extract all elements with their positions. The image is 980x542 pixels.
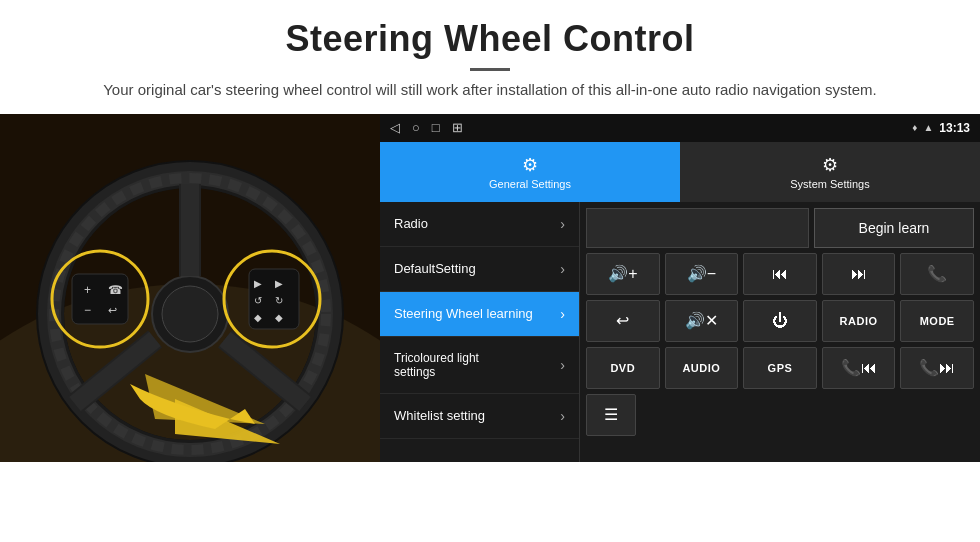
control-row-2: ↩ 🔊✕ ⏻ RADIO MODE [586, 300, 974, 342]
clock: 13:13 [939, 121, 970, 135]
tab-system-label: System Settings [790, 178, 869, 190]
svg-text:+: + [84, 283, 91, 297]
car-image-area: + − ☎ ↩ ▶ ▶ ↺ ↻ ◆ ◆ [0, 114, 380, 462]
next-tel-button[interactable]: 📞⏭ [900, 347, 974, 389]
svg-text:↩: ↩ [108, 304, 117, 316]
hang-up-button[interactable]: ↩ [586, 300, 660, 342]
mode-label: MODE [920, 315, 955, 327]
tab-bar: ⚙ General Settings ⚙ System Settings [380, 142, 980, 202]
mute-button[interactable]: 🔊✕ [665, 300, 739, 342]
nav-buttons: ◁ ○ □ ⊞ [390, 120, 463, 135]
system-icon: ⚙ [822, 154, 838, 176]
chevron-icon: › [560, 408, 565, 424]
power-button[interactable]: ⏻ [743, 300, 817, 342]
menu-item-whitelist-label: Whitelist setting [394, 408, 485, 423]
menu-item-radio[interactable]: Radio › [380, 202, 579, 247]
radio-button[interactable]: RADIO [822, 300, 896, 342]
radio-label: RADIO [840, 315, 878, 327]
svg-text:▶: ▶ [254, 278, 262, 289]
menu-button[interactable]: ⊞ [452, 120, 463, 135]
menu-item-tricoloured[interactable]: Tricoloured lightsettings › [380, 337, 579, 394]
menu-item-steering-wheel[interactable]: Steering Wheel learning › [380, 292, 579, 337]
dvd-label: DVD [610, 362, 635, 374]
svg-text:↺: ↺ [254, 295, 262, 306]
tab-general-label: General Settings [489, 178, 571, 190]
page-title: Steering Wheel Control [60, 18, 920, 60]
menu-item-default-label: DefaultSetting [394, 261, 476, 276]
begin-learn-label: Begin learn [859, 220, 930, 236]
control-row-3: DVD AUDIO GPS 📞⏮ 📞⏭ [586, 347, 974, 389]
prev-track-icon: ⏮ [772, 265, 788, 283]
audio-label: AUDIO [682, 362, 720, 374]
chevron-icon: › [560, 306, 565, 322]
control-row-4: ☰ [586, 394, 974, 436]
next-track-icon: ⏭ [851, 265, 867, 283]
menu-item-radio-label: Radio [394, 216, 428, 231]
android-panel: ◁ ○ □ ⊞ ♦ ▲ 13:13 ⚙ General Settings ⚙ S… [380, 114, 980, 462]
control-panel: Begin learn 🔊+ 🔊− ⏮ ⏭ [580, 202, 980, 462]
vol-down-button[interactable]: 🔊− [665, 253, 739, 295]
next-tel-icon: 📞⏭ [919, 358, 955, 377]
next-track-button[interactable]: ⏭ [822, 253, 896, 295]
mute-icon: 🔊✕ [685, 311, 718, 330]
dvd-button[interactable]: DVD [586, 347, 660, 389]
power-icon: ⏻ [772, 312, 788, 330]
control-row-1: 🔊+ 🔊− ⏮ ⏭ 📞 [586, 253, 974, 295]
tab-system-settings[interactable]: ⚙ System Settings [680, 142, 980, 202]
phone-icon: 📞 [927, 264, 947, 283]
mode-button[interactable]: MODE [900, 300, 974, 342]
status-indicators: ♦ ▲ 13:13 [912, 121, 970, 135]
title-divider [470, 68, 510, 71]
svg-text:↻: ↻ [275, 295, 283, 306]
svg-text:☎: ☎ [108, 283, 123, 297]
page-subtitle: Your original car's steering wheel contr… [60, 79, 920, 102]
vol-up-button[interactable]: 🔊+ [586, 253, 660, 295]
gps-label: GPS [768, 362, 793, 374]
main-content: + − ☎ ↩ ▶ ▶ ↺ ↻ ◆ ◆ [0, 114, 980, 462]
gps-button[interactable]: GPS [743, 347, 817, 389]
phone-button[interactable]: 📞 [900, 253, 974, 295]
vol-down-icon: 🔊− [687, 264, 716, 283]
chevron-icon: › [560, 357, 565, 373]
svg-rect-17 [72, 274, 128, 324]
status-bar: ◁ ○ □ ⊞ ♦ ▲ 13:13 [380, 114, 980, 142]
prev-tel-button[interactable]: 📞⏮ [822, 347, 896, 389]
svg-text:▶: ▶ [275, 278, 283, 289]
chevron-icon: › [560, 261, 565, 277]
gear-icon: ⚙ [522, 154, 538, 176]
svg-text:◆: ◆ [254, 312, 262, 323]
chevron-icon: › [560, 216, 565, 232]
recents-button[interactable]: □ [432, 120, 440, 135]
prev-tel-icon: 📞⏮ [841, 358, 877, 377]
top-section: Steering Wheel Control Your original car… [0, 0, 980, 114]
svg-text:−: − [84, 303, 91, 317]
menu-item-default-setting[interactable]: DefaultSetting › [380, 247, 579, 292]
menu-list: Radio › DefaultSetting › Steering Wheel … [380, 202, 580, 462]
menu-item-tricoloured-label: Tricoloured lightsettings [394, 351, 479, 379]
menu-list-icon: ☰ [604, 405, 618, 424]
tab-general-settings[interactable]: ⚙ General Settings [380, 142, 680, 202]
home-button[interactable]: ○ [412, 120, 420, 135]
menu-item-steering-label: Steering Wheel learning [394, 306, 533, 321]
content-area: Radio › DefaultSetting › Steering Wheel … [380, 202, 980, 462]
hang-up-icon: ↩ [616, 311, 629, 330]
svg-point-8 [162, 286, 218, 342]
begin-learn-row: Begin learn [586, 208, 974, 248]
menu-item-whitelist[interactable]: Whitelist setting › [380, 394, 579, 439]
gps-icon: ♦ [912, 122, 917, 133]
back-button[interactable]: ◁ [390, 120, 400, 135]
menu-icon-button[interactable]: ☰ [586, 394, 636, 436]
begin-learn-button[interactable]: Begin learn [814, 208, 974, 248]
vol-up-icon: 🔊+ [608, 264, 637, 283]
wifi-icon: ▲ [923, 122, 933, 133]
audio-button[interactable]: AUDIO [665, 347, 739, 389]
svg-text:◆: ◆ [275, 312, 283, 323]
key-input-field[interactable] [586, 208, 809, 248]
prev-track-button[interactable]: ⏮ [743, 253, 817, 295]
